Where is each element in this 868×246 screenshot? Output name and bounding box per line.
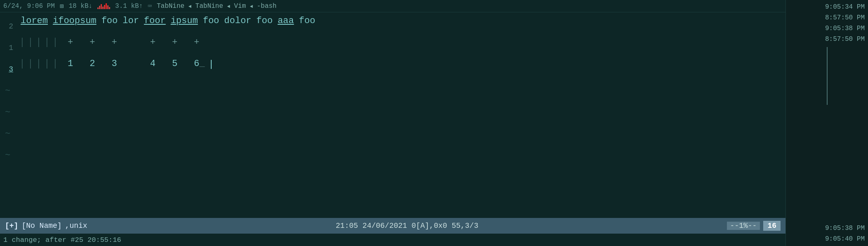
div-1: │ [18, 38, 26, 47]
editor-content: 2 lorem ifoopsum foo lor foor ipsum foo … [0, 12, 785, 218]
sidebar-time-4: 8:57:50 PM [825, 35, 865, 44]
sidebar-time-6: 9:05:40 PM [825, 234, 865, 244]
editor-line-3: 3 │ │ │ │ │ 1 2 3 4 5 6_ [0, 59, 785, 80]
sidebar-time-2: 8:57:50 PM [825, 13, 865, 22]
div-4: │ [43, 38, 51, 47]
word-foo-3: foo [254, 16, 275, 26]
num-2: 2 [81, 59, 103, 69]
sidebar: 9:05:34 PM 8:57:50 PM 9:05:38 PM 8:57:50… [785, 0, 868, 246]
cmdline-text: 1 change; after #25 20:55:16 [3, 236, 121, 244]
status-clock: 6/24, 9:06 PM [3, 2, 55, 10]
num-1: 1 [59, 59, 81, 69]
statusline-percent: --1%-- [727, 222, 760, 230]
line-number-1: 1 [2, 44, 18, 52]
line-2-content: lorem ifoopsum foo lor foor ipsum foo do… [18, 16, 785, 26]
status-net-up: 3.1 kB↑ [115, 2, 143, 10]
word-ipsum: ipsum [168, 16, 200, 26]
word-dolor: dolor [222, 16, 254, 26]
statusline-info: 21:05 24/06/2021 0[A],0x0 55,3/3 [336, 222, 479, 230]
editor-line-1: 1 │ │ │ │ │ + + + + + + [0, 37, 785, 59]
status-tabnine: TabNine ◄ TabNine ◄ Vim ◄ -bash [157, 2, 277, 10]
plus-1: + [59, 37, 81, 47]
status-net-icon: ⊞ [60, 2, 64, 10]
tilde-line-2: ~ [0, 102, 785, 123]
tilde-line-3: ~ [0, 123, 785, 144]
statusline-right: --1%-- 16 [727, 221, 781, 231]
tilde-3: ~ [2, 129, 10, 139]
word-foo-2: foo [200, 16, 222, 26]
statusline-col: 16 [763, 221, 781, 231]
statusline-center: 21:05 24/06/2021 0[A],0x0 55,3/3 [91, 222, 724, 230]
word-lor: lor [120, 16, 142, 26]
num-5: 5 [164, 59, 186, 69]
tilde-line-1: ~ [0, 80, 785, 102]
num-6: 6_ [186, 59, 213, 69]
line-3-content: │ │ │ │ │ 1 2 3 4 5 6_ [18, 59, 785, 69]
word-foo-1: foo [99, 16, 120, 26]
div2-4: │ [43, 59, 51, 69]
sidebar-time-1: 9:05:34 PM [825, 2, 865, 12]
word-foor: foor [142, 16, 168, 26]
div2-2: │ [26, 59, 35, 69]
word-ifoopsum: ifoopsum [50, 16, 99, 26]
sidebar-scrollbar[interactable] [827, 47, 828, 105]
div2-5: │ [51, 59, 59, 69]
plus-2: + [81, 37, 103, 47]
num-3: 3 [103, 59, 125, 69]
sidebar-time-5: 9:05:38 PM [825, 224, 865, 233]
statusline-left: [+] [No Name] ,unix [5, 222, 87, 230]
word-lorem: lorem [18, 16, 50, 26]
plus-3: + [103, 37, 125, 47]
plus-4: + [125, 37, 164, 47]
div-5: │ [51, 38, 59, 47]
num-4: 4 [125, 59, 164, 69]
statusline-flag: [+] [5, 222, 18, 230]
word-aaa: aaa [275, 16, 297, 26]
tilde-2: ~ [2, 107, 10, 118]
div2-1: │ [18, 59, 26, 69]
plus-6: + [186, 37, 208, 47]
line-number-3: 3 [2, 65, 18, 73]
sidebar-time-3: 9:05:38 PM [825, 24, 865, 33]
line-number-2: 2 [2, 22, 18, 31]
statusline-name: [No Name] [21, 222, 61, 230]
statusline: [+] [No Name] ,unix 21:05 24/06/2021 0[A… [0, 218, 785, 234]
cmdline: 1 change; after #25 20:55:16 [0, 234, 785, 246]
status-bar-top: 6/24, 9:06 PM ⊞ 18 kB↓ 3.1 kB↑ ⌨ TabNine… [0, 0, 785, 12]
tilde-1: ~ [2, 86, 10, 96]
editor-line-2: 2 lorem ifoopsum foo lor foor ipsum foo … [0, 16, 785, 37]
line-1-content: │ │ │ │ │ + + + + + + [18, 37, 785, 47]
tilde-4: ~ [2, 150, 10, 161]
word-foo-4: foo [297, 16, 318, 26]
div-2: │ [26, 38, 35, 47]
statusline-format: ,unix [65, 222, 87, 230]
status-net-down: 18 kB↓ [68, 2, 92, 10]
tabnine-icon: ⌨ [148, 2, 152, 10]
plus-5: + [164, 37, 186, 47]
div2-3: │ [35, 59, 43, 69]
main-area: 6/24, 9:06 PM ⊞ 18 kB↓ 3.1 kB↑ ⌨ TabNine… [0, 0, 785, 246]
sparkline [97, 3, 110, 9]
tilde-line-4: ~ [0, 144, 785, 166]
div-3: │ [35, 38, 43, 47]
